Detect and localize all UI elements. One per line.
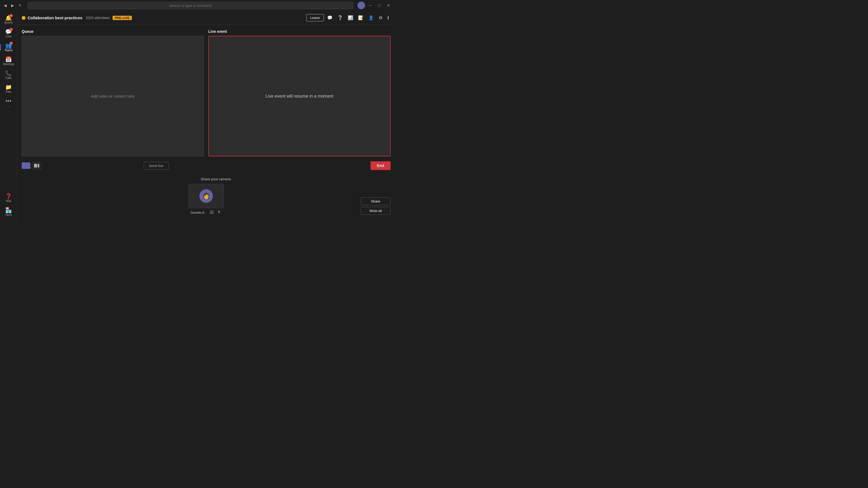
teams-badge: 1 (9, 42, 13, 45)
sidebar-label-meetings: Meetings (3, 63, 14, 66)
top-bar-actions: Leave 💬 ❔ 📊 📝 👤 ⚙ ℹ (306, 13, 391, 22)
queue-panel: Queue Add video or content here (22, 29, 204, 156)
help-icon: ❓ (5, 194, 12, 199)
send-live-button[interactable]: Send live (144, 162, 168, 170)
sidebar-item-help[interactable]: ❓ Help (1, 191, 16, 205)
info-icon[interactable]: ℹ (386, 13, 391, 22)
notes-icon[interactable]: 📝 (356, 13, 365, 22)
share-button[interactable]: Share (361, 197, 391, 205)
content-area: Collaboration best practices 3333 attend… (18, 11, 395, 221)
sidebar-item-calls[interactable]: 📞 Calls (1, 68, 16, 82)
chat-badge: 1 (9, 28, 13, 31)
sidebar-item-meetings[interactable]: 📅 Meetings (1, 55, 16, 68)
mute-all-button[interactable]: Mute all (361, 207, 391, 215)
back-button[interactable]: ◀ (2, 2, 8, 9)
camera-user-name: Danielle B... (191, 211, 207, 214)
event-status-indicator (22, 16, 26, 20)
live-event-message: Live event will resume in a moment (266, 94, 333, 99)
view-split-icon (34, 164, 39, 167)
camera-title: Share your camera (201, 177, 231, 181)
sidebar-label-teams: Teams (5, 49, 12, 52)
teams-icon: 👥 1 (5, 43, 12, 48)
store-icon: 🏪 (5, 207, 12, 213)
main-content: Queue Add video or content here Live eve… (18, 25, 395, 221)
live-event-area: Live event will resume in a moment (208, 36, 391, 156)
maximize-button[interactable]: □ (375, 2, 383, 9)
pre-live-badge: PRE-LIVE (113, 16, 132, 20)
camera-avatar: 👩 (199, 189, 213, 203)
settings-icon[interactable]: ⚙ (377, 13, 384, 22)
sidebar-label-more: ... (7, 104, 9, 107)
live-panel: Live event Live event will resume in a m… (208, 29, 391, 156)
compose-button[interactable]: ✎ (17, 2, 23, 9)
event-title: Collaboration best practices (28, 15, 83, 20)
meetings-icon: 📅 (5, 57, 12, 62)
sidebar-label-calls: Calls (5, 76, 11, 79)
forward-button[interactable]: ▶ (9, 2, 16, 9)
sidebar-label-chat: Chat (6, 35, 11, 38)
queue-title: Queue (22, 29, 204, 34)
queue-placeholder: Add video or content here (91, 94, 134, 98)
app-layout: 🔔 2 Activity 💬 1 Chat 👥 1 Teams 📅 Meetin… (0, 11, 395, 221)
chat-panel-icon[interactable]: 💬 (326, 13, 334, 22)
camera-card: 👩 Danielle B... 🎥 🎙 (188, 184, 224, 215)
live-event-title: Live event (208, 29, 391, 34)
title-bar: ◀ ▶ ✎ ─ □ ✕ (0, 0, 395, 11)
end-button[interactable]: End (371, 161, 391, 170)
calls-icon: 📞 (5, 70, 12, 76)
camera-video: 👩 (188, 184, 224, 208)
more-icon: ••• (6, 98, 11, 104)
activity-icon: 🔔 2 (5, 15, 12, 21)
share-actions: Share Mute all (361, 197, 391, 215)
sidebar-label-files: Files (6, 90, 11, 93)
nav-buttons: ◀ ▶ ✎ (2, 2, 23, 9)
sidebar-item-chat[interactable]: 💬 1 Chat (1, 27, 16, 40)
sidebar-label-help: Help (6, 199, 11, 202)
camera-mic-button[interactable]: 🎙 (217, 209, 222, 215)
chat-icon: 💬 1 (5, 29, 12, 34)
view-single-icon (24, 164, 29, 167)
view-single-button[interactable] (22, 162, 30, 169)
sidebar-label-activity: Activity (4, 21, 13, 24)
sidebar: 🔔 2 Activity 💬 1 Chat 👥 1 Teams 📅 Meetin… (0, 11, 18, 221)
sidebar-item-more[interactable]: ••• ... (1, 96, 16, 109)
qa-icon[interactable]: ❔ (336, 13, 344, 22)
top-bar: Collaboration best practices 3333 attend… (18, 11, 395, 25)
controls-bar: Send live End (22, 159, 391, 173)
camera-video-off-button[interactable]: 🎥 (209, 209, 215, 215)
sidebar-bottom: ❓ Help 🏪 Store (0, 191, 17, 221)
files-icon: 📁 (5, 84, 12, 90)
queue-area[interactable]: Add video or content here (22, 36, 204, 156)
sidebar-label-store: Store (5, 214, 12, 216)
sidebar-item-store[interactable]: 🏪 Store (1, 205, 16, 219)
activity-badge: 2 (9, 14, 13, 17)
camera-section: Share your camera 👩 Danielle B... 🎥 🎙 (22, 173, 391, 217)
camera-feed-area: 👩 Danielle B... 🎥 🎙 (22, 184, 391, 215)
sidebar-item-activity[interactable]: 🔔 2 Activity (1, 13, 16, 26)
panels-row: Queue Add video or content here Live eve… (22, 29, 391, 156)
close-button[interactable]: ✕ (384, 2, 393, 9)
polls-icon[interactable]: 📊 (346, 13, 355, 22)
view-split-button[interactable] (32, 162, 41, 169)
sidebar-item-teams[interactable]: 👥 1 Teams (1, 41, 16, 54)
leave-button[interactable]: Leave (306, 14, 324, 22)
user-avatar[interactable] (358, 2, 365, 9)
sidebar-item-files[interactable]: 📁 Files (1, 82, 16, 95)
window-controls: ─ □ ✕ (358, 2, 393, 9)
search-input[interactable] (28, 2, 353, 9)
participants-icon[interactable]: 👤 (367, 13, 375, 22)
attendees-count: 3333 attendees (86, 16, 110, 20)
minimize-button[interactable]: ─ (366, 2, 374, 9)
